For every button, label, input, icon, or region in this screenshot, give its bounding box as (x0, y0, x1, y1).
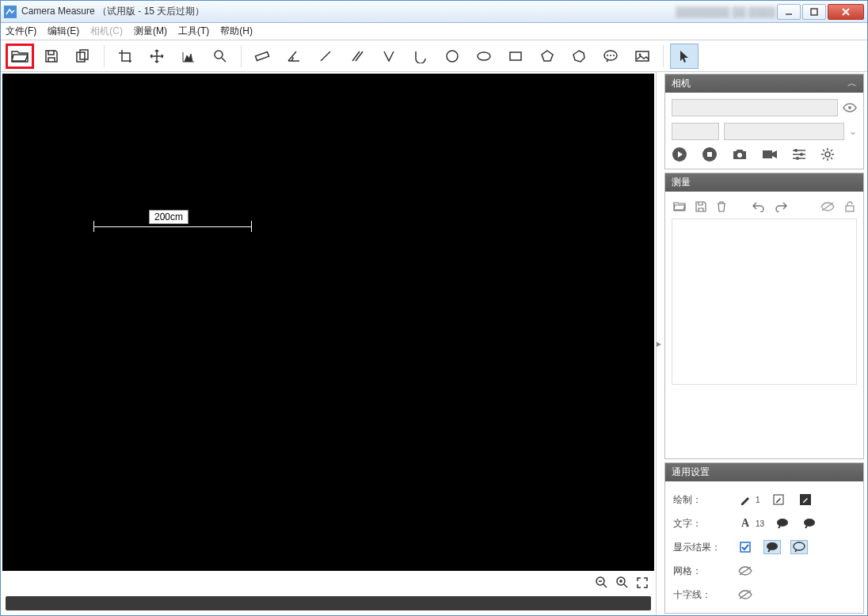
move-button[interactable] (143, 44, 171, 69)
general-settings-header[interactable]: 通用设置 (665, 463, 863, 481)
delete-measure-button[interactable] (716, 201, 727, 212)
grid-toggle[interactable] (737, 564, 754, 578)
resolution-select-2[interactable] (724, 123, 844, 140)
undo-button[interactable] (752, 201, 765, 212)
menu-edit[interactable]: 编辑(E) (48, 25, 79, 38)
ruler-button[interactable] (248, 44, 276, 69)
polygon-button[interactable] (565, 44, 593, 69)
close-button[interactable] (828, 4, 864, 20)
font-button[interactable]: A (737, 516, 754, 530)
ellipse-button[interactable] (470, 44, 498, 69)
arc-button[interactable] (406, 44, 435, 69)
app-window: Camera Measure （试用版 - 15 天后过期） ████████ … (0, 0, 868, 616)
svg-rect-20 (636, 51, 649, 61)
svg-point-35 (794, 149, 798, 152)
comment-filled-button[interactable] (774, 516, 791, 530)
measurement-list[interactable] (672, 219, 857, 385)
svg-point-17 (607, 55, 608, 56)
sidebar: 相机 ︿ ⌄ (661, 72, 867, 615)
stop-button[interactable] (702, 146, 718, 162)
menu-file[interactable]: 文件(F) (6, 25, 36, 38)
record-button[interactable] (762, 148, 778, 161)
open-measure-button[interactable] (673, 201, 686, 212)
crop-button[interactable] (111, 44, 139, 69)
zoom-out-button[interactable] (596, 576, 608, 589)
measurement-label[interactable]: 200cm (149, 210, 188, 224)
parallel-lines-button[interactable] (343, 44, 371, 69)
svg-rect-13 (510, 52, 521, 60)
circle-button[interactable] (438, 44, 466, 69)
resolution-select-1[interactable] (672, 123, 719, 140)
svg-point-42 (777, 519, 788, 527)
camera-panel: 相机 ︿ ⌄ (664, 74, 864, 169)
expand-icon[interactable]: ⌄ (849, 126, 857, 137)
image-button[interactable] (628, 44, 657, 69)
visibility-toggle[interactable] (820, 201, 835, 212)
annotation-button[interactable] (596, 44, 625, 69)
comment-bold-button[interactable] (801, 516, 818, 530)
redo-button[interactable] (775, 201, 787, 212)
angle-button[interactable] (280, 44, 308, 69)
pen-size: 1 (756, 496, 760, 504)
svg-point-45 (767, 542, 778, 550)
line-button[interactable] (311, 44, 340, 69)
crosshair-toggle[interactable] (737, 587, 754, 602)
maximize-button[interactable] (802, 4, 826, 20)
menubar: 文件(F) 编辑(E) 相机(C) 测量(M) 工具(T) 帮助(H) (1, 23, 867, 40)
minimize-button[interactable] (777, 4, 801, 20)
measure-panel: 测量 (664, 173, 864, 459)
pen-button[interactable] (737, 492, 754, 507)
svg-rect-7 (255, 51, 268, 60)
measure-panel-header[interactable]: 测量 (665, 173, 863, 192)
menu-measure[interactable]: 测量(M) (134, 25, 167, 38)
camera-select[interactable] (672, 99, 838, 116)
rectangle-button[interactable] (501, 44, 530, 69)
sliders-button[interactable] (792, 148, 806, 161)
camera-panel-title: 相机 (672, 77, 691, 90)
play-button[interactable] (672, 146, 687, 162)
polyline-button[interactable] (375, 44, 403, 69)
app-icon (4, 6, 17, 18)
svg-point-38 (825, 152, 830, 157)
pointer-button[interactable] (670, 44, 699, 69)
settings-button[interactable] (820, 147, 835, 162)
lock-toggle[interactable] (844, 201, 855, 212)
svg-point-36 (800, 153, 803, 156)
snapshot-button[interactable] (732, 147, 748, 162)
separator (663, 45, 664, 67)
zoom-button[interactable] (206, 44, 234, 69)
svg-point-11 (447, 51, 458, 62)
menu-tools[interactable]: 工具(T) (178, 25, 209, 38)
svg-point-19 (613, 55, 615, 56)
menu-camera[interactable]: 相机(C) (90, 25, 123, 38)
canvas[interactable]: 200cm (2, 74, 654, 571)
fullscreen-button[interactable] (637, 577, 648, 588)
horizontal-scrollbar[interactable] (6, 596, 651, 610)
text-label: 文字： (673, 517, 729, 530)
camera-panel-header[interactable]: 相机 ︿ (665, 74, 863, 93)
collapse-icon[interactable]: ︿ (847, 77, 857, 90)
svg-line-28 (624, 584, 627, 587)
blurred-text: ████████ ██ ████ (676, 6, 775, 17)
color-button[interactable] (797, 492, 814, 507)
svg-point-21 (639, 53, 641, 55)
menu-help[interactable]: 帮助(H) (220, 25, 253, 38)
show-result-checkbox[interactable] (737, 540, 754, 554)
pentagon-button[interactable] (533, 44, 562, 69)
eye-icon[interactable] (843, 102, 857, 113)
zoom-in-button[interactable] (616, 576, 629, 589)
show-result-label: 显示结果： (673, 541, 729, 554)
histogram-button[interactable] (174, 44, 203, 69)
result-style-filled[interactable] (763, 540, 781, 554)
svg-point-12 (478, 52, 490, 60)
result-style-outline[interactable] (790, 540, 808, 554)
grid-label: 网格： (673, 565, 729, 578)
crosshair-label: 十字线： (673, 588, 729, 602)
open-button[interactable] (6, 44, 34, 69)
edit-button[interactable] (770, 492, 787, 507)
copy-button[interactable] (69, 44, 97, 69)
save-button[interactable] (37, 44, 66, 69)
font-size: 13 (756, 519, 764, 528)
save-measure-button[interactable] (695, 201, 706, 212)
window-buttons (775, 4, 864, 20)
